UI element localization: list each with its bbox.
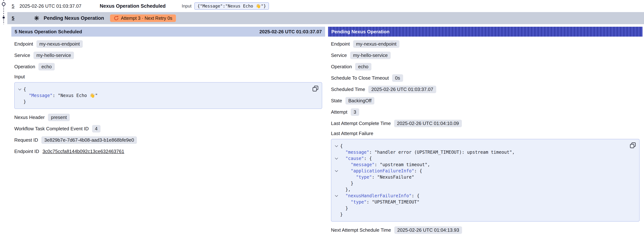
timeline-dot-icon xyxy=(2,16,5,19)
code-line: "type": "UPSTREAM_TIMEOUT" xyxy=(333,199,624,205)
pending-asterisk-icon xyxy=(34,16,39,21)
field-value-badge: present xyxy=(48,114,70,121)
field-value-badge: my-nexus-endpoint xyxy=(353,40,400,48)
field-value-badge: 3e829b7e-7d67-4b08-aad3-b1e868bfe9e0 xyxy=(41,136,137,144)
pending-id-link[interactable]: 5 xyxy=(12,15,14,21)
pending-footer-field: Next Attempt Schedule Time2025-02-26 UTC… xyxy=(331,226,640,234)
event-timeline-header: 5 2025-02-26 UTC 01:03:37.07 Nexus Opera… xyxy=(0,0,644,24)
field-label: Request ID xyxy=(14,137,38,143)
chevron-spacer xyxy=(333,149,340,155)
workflow-history-view: 5 2025-02-26 UTC 01:03:37.07 Nexus Opera… xyxy=(0,0,644,239)
code-line: "cause": { xyxy=(333,155,624,162)
collapse-chevron-icon[interactable] xyxy=(16,86,24,92)
field-value-badge: echo xyxy=(38,63,54,70)
field-label: Endpoint ID xyxy=(14,148,39,154)
event-panel-title: 5 Nexus Operation Scheduled xyxy=(15,29,82,34)
field-value-badge: my-nexus-endpoint xyxy=(36,40,83,48)
chevron-spacer xyxy=(333,211,340,218)
copy-icon[interactable] xyxy=(630,142,636,148)
code-line: "message": "handler error (UPSTREAM_TIME… xyxy=(333,149,624,155)
field-label: Last Attempt Complete Time xyxy=(331,120,391,126)
collapse-chevron-icon[interactable] xyxy=(333,143,340,149)
code-line: "message": "upstream timeout", xyxy=(333,162,624,168)
chevron-spacer xyxy=(333,162,340,168)
detail-row-workflow-task-completed-event-id: Workflow Task Completed Event ID4 xyxy=(14,124,322,133)
detail-row-endpoint-id: Endpoint ID3c0c75ccfa8144b092c13ce632463… xyxy=(14,147,322,155)
copy-icon[interactable] xyxy=(312,86,318,92)
detail-row-operation: Operationecho xyxy=(331,62,640,71)
pending-panel-header: Pending Nexus Operation xyxy=(328,27,642,36)
event-panel-header: 5 Nexus Operation Scheduled 2025-02-26 U… xyxy=(11,27,325,36)
code-line: } xyxy=(333,205,624,211)
chevron-spacer xyxy=(16,99,24,105)
code-line: }, xyxy=(333,186,624,193)
detail-row-endpoint: Endpointmy-nexus-endpoint xyxy=(14,40,322,48)
detail-row-operation: Operationecho xyxy=(14,62,322,71)
event-title: Nexus Operation Scheduled xyxy=(100,3,166,9)
field-value-badge: my-hello-service xyxy=(350,52,391,59)
field-label: Operation xyxy=(331,64,352,70)
field-label: Endpoint xyxy=(14,41,33,47)
field-label: Service xyxy=(331,52,347,58)
field-label: Schedule To Close Timeout xyxy=(331,75,389,81)
chevron-spacer xyxy=(333,174,340,180)
detail-row-request-id: Request ID3e829b7e-7d67-4b08-aad3-b1e868… xyxy=(14,136,322,144)
field-label: Endpoint xyxy=(331,41,350,47)
detail-row-service: Servicemy-hello-service xyxy=(14,51,322,59)
field-label: Operation xyxy=(14,64,35,70)
event-row-pending[interactable]: 5 Pending Nexus Operation Attempt xyxy=(7,12,644,24)
timeline-node-icon xyxy=(2,2,5,6)
collapse-chevron-icon[interactable] xyxy=(333,193,340,199)
detail-row-state: StateBackingOff xyxy=(331,96,640,105)
detail-row-attempt: Attempt3 xyxy=(331,108,640,116)
event-fields-top: Endpointmy-nexus-endpointServicemy-hello… xyxy=(14,40,322,71)
field-value-badge: 0s xyxy=(392,74,403,82)
field-label: Next Attempt Schedule Time xyxy=(331,227,391,233)
code-line: } xyxy=(333,180,624,186)
event-id-link[interactable]: 5 xyxy=(12,3,14,9)
pending-operation-panel: Pending Nexus Operation Endpointmy-nexus… xyxy=(328,27,642,237)
detail-row-scheduled-time: Scheduled Time2025-02-26 UTC 01:03:37.07 xyxy=(331,85,640,93)
field-label: Service xyxy=(14,52,30,58)
code-line: { xyxy=(333,143,624,149)
collapse-chevron-icon[interactable] xyxy=(333,168,340,174)
input-value-chip: {"Message":"Nexus Echo 👋"} xyxy=(194,2,269,10)
field-value-badge: echo xyxy=(355,63,371,70)
code-line: "applicationFailureInfo": { xyxy=(333,168,624,174)
event-panel-timestamp: 2025-02-26 UTC 01:03:37.07 xyxy=(260,29,322,34)
endpoint-id-link[interactable]: 3c0c75ccfa8144b092c13ce632463761 xyxy=(42,148,124,154)
code-line: } xyxy=(333,211,624,218)
failure-code-block: { "message": "handler error (UPSTREAM_TI… xyxy=(331,139,640,222)
field-value-badge: 2025-02-26 UTC 01:04:13.93 xyxy=(394,226,462,234)
code-line: "type": "NexusFailure" xyxy=(333,174,624,180)
detail-row-schedule-to-close-timeout: Schedule To Close Timeout0s xyxy=(331,74,640,82)
failure-code-lines: { "message": "handler error (UPSTREAM_TI… xyxy=(333,143,624,218)
collapse-chevron-icon[interactable] xyxy=(333,155,340,162)
chevron-spacer xyxy=(333,180,340,186)
input-code-lines: { "Message": "Nexus Echo 👋"} xyxy=(16,86,307,105)
code-line: "Message": "Nexus Echo 👋" xyxy=(16,92,307,99)
detail-row-service: Servicemy-hello-service xyxy=(331,51,640,59)
input-section-label: Input xyxy=(14,74,322,80)
event-detail-area: 5 Nexus Operation Scheduled 2025-02-26 U… xyxy=(0,27,644,237)
field-label: Nexus Header xyxy=(14,114,45,120)
event-timestamp: 2025-02-26 UTC 01:03:37.07 xyxy=(20,3,81,9)
detail-row-nexus-header: Nexus Headerpresent xyxy=(14,113,322,121)
detail-row-next-attempt-schedule-time: Next Attempt Schedule Time2025-02-26 UTC… xyxy=(331,226,640,234)
field-value-badge: BackingOff xyxy=(346,97,374,104)
input-label: Input xyxy=(182,4,192,8)
input-code-block: { "Message": "Nexus Echo 👋"} xyxy=(14,82,322,109)
event-row-scheduled[interactable]: 5 2025-02-26 UTC 01:03:37.07 Nexus Opera… xyxy=(0,0,644,12)
pending-fields: Endpointmy-nexus-endpointServicemy-hello… xyxy=(331,40,640,127)
field-value-badge: 4 xyxy=(92,125,100,132)
field-value-badge: 3 xyxy=(351,108,359,116)
code-line: } xyxy=(16,99,307,105)
failure-section-label: Last Attempt Failure xyxy=(331,131,640,136)
chevron-spacer xyxy=(16,92,24,99)
detail-row-last-attempt-complete-time: Last Attempt Complete Time2025-02-26 UTC… xyxy=(331,119,640,127)
retry-badge: Attempt 3 · Next Retry 0s xyxy=(110,14,176,22)
field-label: State xyxy=(331,98,342,104)
chevron-spacer xyxy=(333,199,340,205)
code-line: { xyxy=(16,86,307,92)
pending-title: Pending Nexus Operation xyxy=(44,15,104,21)
